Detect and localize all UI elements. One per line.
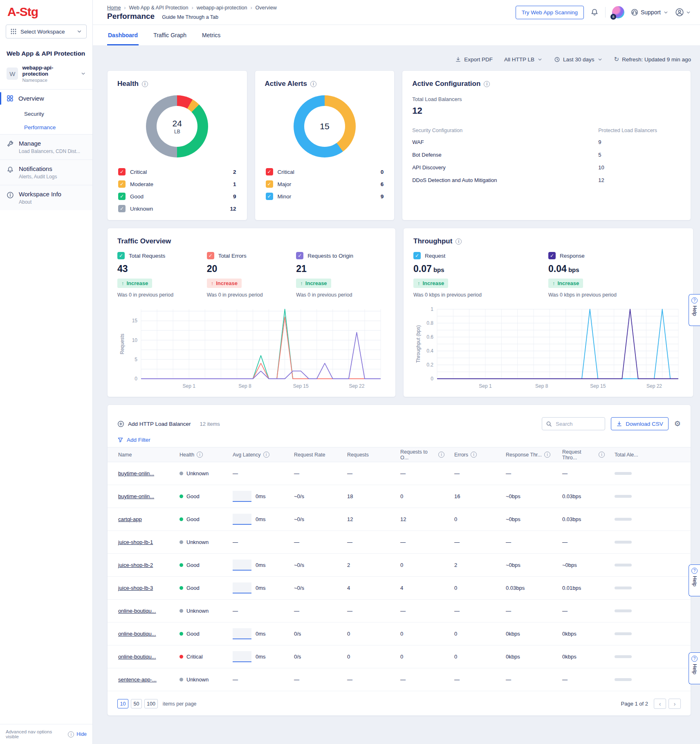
lb-name-link[interactable]: juice-shop-lb-2 bbox=[118, 562, 153, 568]
sidebar-item-workspace-info[interactable]: Workspace InfoAbout bbox=[0, 185, 92, 210]
lb-name-link[interactable]: sentence-app-... bbox=[118, 677, 157, 683]
gear-icon[interactable]: ⚙ bbox=[674, 419, 681, 428]
download-icon bbox=[616, 421, 622, 427]
guide-me-link[interactable]: Guide Me Through a Tab bbox=[162, 14, 218, 20]
checkbox-minor[interactable]: ✓ bbox=[266, 193, 273, 200]
lb-name-link[interactable]: online-boutiqu... bbox=[118, 631, 156, 637]
column-header-requests-to-o[interactable]: Requests to O...i bbox=[390, 449, 444, 461]
page-size-100[interactable]: 100 bbox=[144, 699, 158, 708]
namespace-selector[interactable]: W webapp-api-protection Namespace bbox=[0, 62, 92, 90]
info-icon[interactable]: i bbox=[263, 452, 269, 458]
items-count: 12 items bbox=[200, 421, 220, 427]
time-range-select[interactable]: Last 30 days bbox=[554, 56, 603, 63]
table-row: sentence-app-...Unknown——————— bbox=[108, 668, 691, 691]
info-icon[interactable]: i bbox=[544, 452, 550, 458]
health-dot bbox=[179, 517, 183, 521]
refresh-button[interactable]: ↻ Refresh: Updated 9 min ago bbox=[614, 56, 691, 63]
tab-metrics[interactable]: Metrics bbox=[201, 32, 221, 45]
info-icon[interactable]: i bbox=[599, 452, 605, 458]
throughput-stats: ✓Request0.07 bps↑ IncreaseWas 0 kbps in … bbox=[413, 252, 683, 298]
account-menu[interactable] bbox=[675, 8, 691, 17]
cell-value: ~0bps bbox=[506, 493, 521, 499]
checkbox-good[interactable]: ✓ bbox=[118, 193, 126, 200]
checkbox-requests-to-origin[interactable]: ✓ bbox=[296, 252, 303, 259]
info-icon[interactable]: i bbox=[471, 452, 477, 458]
checkbox-major[interactable]: ✓ bbox=[266, 180, 273, 188]
hide-link[interactable]: Hide bbox=[76, 731, 87, 737]
traffic-stat-total-errors: ✓Total Errors20↑ IncreaseWas 0 in previo… bbox=[207, 252, 296, 298]
tab-traffic-graph[interactable]: Traffic Graph bbox=[153, 32, 187, 45]
info-icon[interactable]: i bbox=[455, 238, 462, 245]
tab-dashboard[interactable]: Dashboard bbox=[107, 32, 139, 45]
sidebar-item-manage[interactable]: ManageLoad Balancers, CDN Dist... bbox=[0, 134, 92, 160]
breadcrumb-item-webapp-api-protection[interactable]: webapp-api-protection bbox=[197, 5, 247, 11]
cell-errors: 0 bbox=[444, 631, 496, 637]
add-filter-button[interactable]: Add Filter bbox=[108, 430, 691, 447]
breadcrumb-item-web-app-api-protection[interactable]: Web App & API Protection bbox=[129, 5, 188, 11]
info-icon[interactable]: i bbox=[197, 452, 203, 458]
avatar[interactable]: 8 bbox=[612, 6, 624, 18]
column-header-name[interactable]: Name bbox=[108, 452, 170, 458]
try-web-app-scanning-button[interactable]: Try Web App Scanning bbox=[516, 6, 584, 19]
legend-value: 1 bbox=[233, 181, 236, 187]
checkbox-moderate[interactable]: ✓ bbox=[118, 180, 126, 188]
checkbox-request[interactable]: ✓ bbox=[413, 252, 421, 259]
sidebar-item-overview[interactable]: Overview bbox=[0, 90, 92, 107]
cell-request-rate: ~0/s bbox=[284, 585, 337, 591]
column-header-response-thr[interactable]: Response Thr...i bbox=[496, 452, 552, 458]
lb-name-link[interactable]: buytime-onlin... bbox=[118, 493, 154, 499]
cell-value: 0.03bps bbox=[562, 493, 581, 499]
lb-name-link[interactable]: juice-shop-lb-3 bbox=[118, 585, 153, 591]
column-header-health[interactable]: Healthi bbox=[170, 452, 223, 458]
grid-icon bbox=[7, 95, 13, 102]
checkbox-critical[interactable]: ✓ bbox=[118, 168, 126, 175]
lb-filter-select[interactable]: All HTTP LB bbox=[504, 56, 543, 63]
cell-requests: 12 bbox=[337, 516, 390, 522]
lb-name-link[interactable]: online-boutiqu... bbox=[118, 654, 156, 660]
info-icon[interactable]: i bbox=[438, 452, 444, 458]
cell-response-throughput: — bbox=[496, 470, 552, 477]
column-header-errors[interactable]: Errorsi bbox=[444, 452, 496, 458]
bell-icon[interactable] bbox=[590, 8, 599, 16]
lb-name-link[interactable]: cartql-app bbox=[118, 516, 142, 522]
download-csv-button[interactable]: Download CSV bbox=[611, 417, 669, 430]
wrench-icon bbox=[7, 141, 14, 148]
workspace-selector[interactable]: Select Workspace bbox=[6, 25, 87, 38]
lb-name-link[interactable]: online-boutiqu... bbox=[118, 608, 156, 614]
checkbox-critical[interactable]: ✓ bbox=[266, 168, 273, 175]
column-header-avg-latency[interactable]: Avg Latencyi bbox=[223, 452, 284, 458]
checkbox-total-errors[interactable]: ✓ bbox=[207, 252, 214, 259]
latency-sparkline bbox=[233, 560, 251, 571]
next-page-button[interactable]: › bbox=[669, 699, 681, 709]
search-input[interactable] bbox=[555, 420, 600, 427]
lb-name-link[interactable]: buytime-onlin... bbox=[118, 470, 154, 477]
info-icon[interactable]: i bbox=[310, 81, 316, 87]
info-icon[interactable]: i bbox=[484, 81, 490, 87]
sidebar-item-performance[interactable]: Performance bbox=[0, 121, 92, 134]
lb-name-link[interactable]: juice-shop-lb-1 bbox=[118, 539, 153, 545]
column-header-total-ale[interactable]: Total Ale... bbox=[605, 452, 654, 458]
cell-request-rate: ~0/s bbox=[284, 562, 337, 568]
cell-health: Good bbox=[170, 631, 223, 637]
column-header-request-rate[interactable]: Request Rate bbox=[284, 452, 337, 458]
previous-page-button[interactable]: ‹ bbox=[654, 699, 666, 709]
checkbox-total-requests[interactable]: ✓ bbox=[117, 252, 125, 259]
checkbox-response[interactable]: ✓ bbox=[548, 252, 556, 259]
load-balancers-table: NameHealthiAvg LatencyiRequest RateReque… bbox=[108, 447, 691, 691]
page-size-50[interactable]: 50 bbox=[131, 699, 142, 708]
column-header-request-thro[interactable]: Request Thro...i bbox=[552, 449, 605, 461]
breadcrumb-item-home[interactable]: Home bbox=[107, 5, 121, 11]
column-header-requests[interactable]: Requests bbox=[337, 452, 390, 458]
help-tab[interactable]: ? Help bbox=[689, 652, 700, 684]
breadcrumb-item-overview[interactable]: Overview bbox=[256, 5, 277, 11]
add-http-lb-button[interactable]: Add HTTP Load Balancer bbox=[117, 420, 191, 427]
export-pdf-button[interactable]: Export PDF bbox=[455, 56, 493, 63]
page-size-10[interactable]: 10 bbox=[117, 699, 128, 708]
sidebar-item-notifications[interactable]: NotificationsAlerts, Audit Logs bbox=[0, 160, 92, 185]
info-icon[interactable]: i bbox=[142, 81, 148, 87]
help-tab[interactable]: ? Help bbox=[689, 294, 700, 326]
sidebar-item-security[interactable]: Security bbox=[0, 107, 92, 121]
support-menu[interactable]: Support bbox=[631, 9, 669, 16]
help-tab[interactable]: ? Help bbox=[689, 564, 700, 596]
checkbox-unknown[interactable]: ✓ bbox=[118, 205, 126, 212]
